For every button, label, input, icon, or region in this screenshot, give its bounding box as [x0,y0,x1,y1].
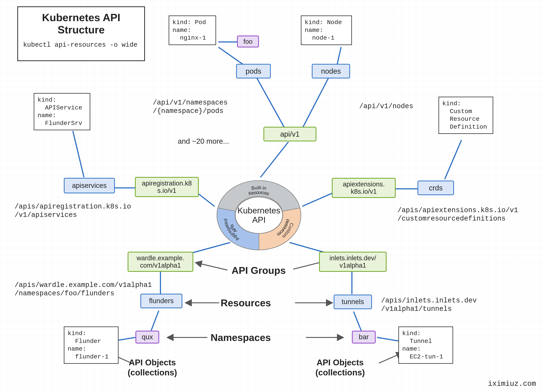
object-flunder: kind: Flunder name: flunder-1 [64,327,118,364]
object-apiservice: kind: APIService name: FlunderSrv [34,93,90,130]
svg-line-11 [445,140,461,179]
object-tunnel: kind: Tunnel name: EC2-tun-1 [398,327,453,364]
namespace-bar: bar [352,331,376,344]
object-flunder-text: kind: Flunder name: flunder-1 [64,327,118,364]
object-crd-text: kind: Custom Resource Definition [438,97,493,134]
resource-nodes: nodes [312,64,350,78]
object-crd: kind: Custom Resource Definition [438,97,493,134]
aside-api-groups: API Groups [232,264,286,276]
path-apiservices: /apis/apiregistration.k8s.io /v1/apiserv… [14,202,131,219]
group-inlets: inlets.inlets.dev/ v1alpha1 [319,252,387,272]
group-apiregistration: apiregistration.k8 s.io/v1 [135,177,199,197]
svg-line-1 [257,78,284,128]
object-tunnel-text: kind: Tunnel name: EC2-tun-1 [398,327,453,364]
svg-line-8 [73,131,84,177]
object-pod: kind: Pod name: nginx-1 [169,15,216,45]
group-apiextensions: apiextensions. k8s.io/v1 [332,178,396,198]
object-apiservice-text: kind: APIService name: FlunderSrv [34,93,90,130]
svg-line-0 [261,142,288,177]
title-card: Kubernetes API Structure kubectl api-res… [17,6,145,61]
svg-line-2 [303,78,328,128]
group-wardle: wardle.example. com/v1alpha1 [128,252,193,272]
svg-line-20 [196,263,227,270]
resource-tunnels: tunnels [334,295,372,309]
ring-center-label: Kubernetes API [237,206,280,224]
aside-and-more: and ~20 more... [178,137,229,145]
object-node: kind: Node name: node-1 [301,15,352,45]
resource-pods: pods [236,64,271,78]
api-ring: Built-in Resources Aggregated APIs Custo… [212,175,306,255]
diagram-title: Kubernetes API Structure [23,12,139,36]
svg-line-14 [151,311,159,330]
aside-api-objects-left: API Objects (collections) [128,358,177,378]
resource-crds: crds [417,181,454,195]
path-crds: /apis/apiextensions.k8s.io/v1 /customres… [397,206,518,223]
path-flunders: /apis/wardle.example.com/v1alpha1 /names… [14,281,152,297]
group-core: api/v1 [263,127,316,141]
svg-line-9 [303,193,332,206]
credit: iximiuz.com [488,380,536,388]
object-pod-text: kind: Pod name: nginx-1 [169,15,216,45]
namespace-qux: qux [136,331,159,344]
kubectl-command: kubectl api-resources -o wide [23,41,139,49]
namespace-foo: foo [237,35,259,48]
svg-line-19 [377,337,399,341]
resource-apiservices: apiservices [64,178,115,193]
aside-resources: Resources [221,297,271,309]
svg-line-4 [337,48,341,64]
aside-api-objects-right: API Objects (collections) [315,358,365,378]
svg-line-18 [354,312,361,330]
path-tunnels: /apis/inlets.inlets.dev /v1alpha1/tunnel… [381,296,477,313]
path-pods: /api/v1/namespaces /{namespace}/pods [153,98,227,115]
path-nodes: /api/v1/nodes [359,102,413,110]
aside-namespaces: Namespaces [211,332,271,344]
object-node-text: kind: Node name: node-1 [301,15,352,45]
